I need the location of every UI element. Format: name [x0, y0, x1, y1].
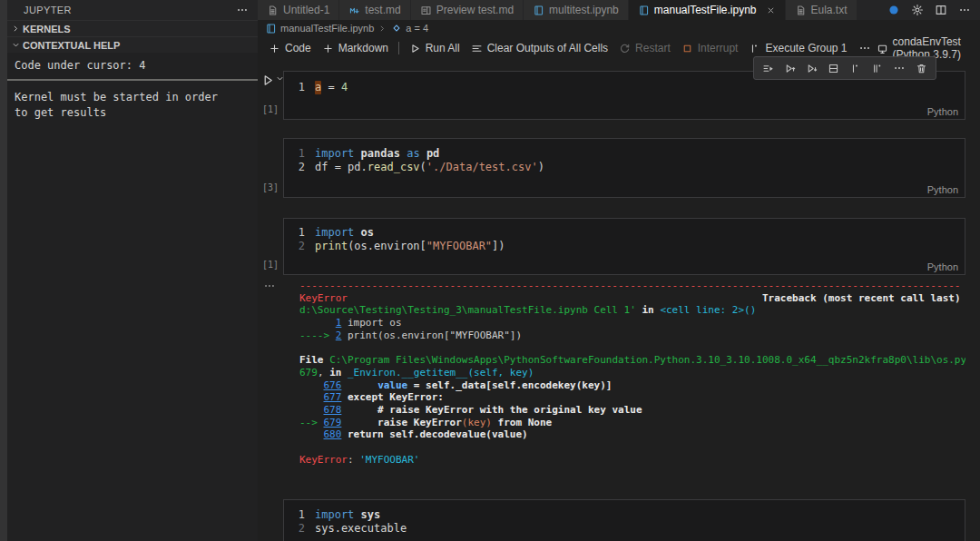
line-number: 1 [284, 81, 315, 94]
tab-manualtestfile-ipynb[interactable]: manualTestFile.ipynb [629, 0, 786, 20]
code-token: a [315, 81, 321, 94]
execute-group-icon[interactable] [849, 63, 861, 74]
line-number: 1 [284, 147, 315, 161]
code-token: print [315, 240, 348, 253]
run-by-line-icon[interactable] [762, 63, 774, 74]
run-cell-icon [261, 74, 275, 87]
traceback-line-link[interactable]: 679 [324, 417, 342, 428]
clear-outputs-button[interactable]: Clear Outputs of All Cells [466, 40, 613, 56]
tab-label: manualTestFile.ipynb [654, 4, 757, 16]
line-number: 2 [284, 240, 315, 253]
cell-editor[interactable]: 1import os2print(os.environ["MYFOOBAR"])… [283, 218, 965, 275]
notebook-icon [533, 5, 544, 16]
execute-below-icon[interactable] [806, 63, 818, 74]
more-actions-button[interactable] [853, 40, 877, 56]
cell-output: ----------------------------------------… [261, 278, 965, 467]
notebook-icon [638, 5, 650, 16]
breadcrumb: manualTestFile.ipynb a = 4 [258, 20, 980, 36]
split-cell-icon[interactable] [828, 63, 839, 74]
traceback-token: : [348, 454, 359, 466]
code-token [420, 147, 426, 161]
tab-label: multitest.ipynb [549, 4, 619, 16]
code-token [354, 226, 360, 240]
cell-language-label[interactable]: Python [927, 106, 958, 117]
execute-group-icon [749, 43, 760, 54]
execution-count: [1] [262, 104, 279, 114]
restart-icon [619, 43, 631, 54]
traceback-line: ----------------------------------------… [299, 280, 965, 292]
sidebar-more-actions-icon[interactable] [236, 4, 249, 16]
traceback-token [299, 391, 324, 403]
tab-label: Preview test.md [436, 4, 514, 16]
cell-language-label[interactable]: Python [927, 261, 958, 272]
vscode-window: JUPYTER KERNELS CONTEXTUAL HELP Code und… [0, 0, 980, 541]
code-token: as [407, 147, 419, 161]
add-code-cell-button[interactable]: Code [263, 40, 317, 56]
code-under-cursor-text: Code under cursor: 4 [7, 53, 258, 81]
toolbar-item-label: Execute Group 1 [765, 42, 847, 54]
sidebar-section-contextual-help[interactable]: CONTEXTUAL HELP [7, 36, 258, 53]
tab-label: test.md [365, 4, 400, 16]
kernel-icon [877, 43, 888, 54]
breadcrumb-symbol[interactable]: a = 4 [406, 23, 428, 34]
markdown-icon [348, 5, 360, 16]
run-all-button[interactable]: Run All [404, 40, 466, 56]
add-icon [269, 43, 280, 54]
jupyter-kernel-status-icon[interactable] [887, 4, 900, 16]
tab-eula-txt[interactable]: Eula.txt [786, 0, 858, 20]
execute-group-below-icon[interactable] [871, 63, 883, 74]
execute-group-button[interactable]: Execute Group 1 [743, 40, 852, 56]
interrupt-button[interactable]: Interrupt [676, 40, 744, 56]
run-cell-button[interactable] [261, 74, 285, 87]
code-token: sys.executable [315, 522, 407, 536]
interrupt-icon [681, 43, 693, 54]
traceback-line-link[interactable]: 680 [324, 428, 342, 440]
traceback-token: 679 [299, 367, 318, 379]
traceback-token: in [329, 367, 341, 379]
settings-gear-icon[interactable] [911, 4, 924, 16]
add-markdown-cell-button[interactable]: Markdown [317, 40, 394, 56]
traceback-token: 'MYFOOBAR' [359, 454, 419, 466]
code-line: 1import sys [284, 508, 965, 522]
traceback-line [299, 441, 965, 454]
execute-above-icon[interactable] [784, 63, 796, 74]
traceback-line: 678 # raise KeyError with the original k… [299, 404, 965, 417]
traceback-line: File C:\Program Files\WindowsApps\Python… [299, 354, 965, 367]
split-editor-icon[interactable] [935, 4, 947, 16]
tab-preview-test-md[interactable]: Preview test.md [411, 0, 524, 20]
traceback-token: _Environ.__getitem__ [348, 367, 467, 379]
code-token: read_csv [368, 161, 420, 174]
more-actions-icon[interactable] [958, 4, 971, 16]
tab-multitest-ipynb[interactable]: multitest.ipynb [524, 0, 629, 20]
cell-editor[interactable]: 1import pandas as pd2df = pd.read_csv('.… [283, 138, 965, 198]
traceback-line-link[interactable]: 678 [324, 404, 342, 416]
traceback-line: d:\Source\Testing\Testing_3\manualTestFi… [299, 304, 965, 317]
code-token: import [315, 147, 354, 161]
clear-outputs-icon [471, 43, 483, 54]
delete-cell-icon[interactable] [916, 63, 927, 74]
file-icon [795, 5, 807, 16]
code-token [354, 147, 360, 161]
traceback-token: except KeyError: [341, 391, 444, 403]
cell-editor[interactable]: 1import sys2sys.executable [283, 499, 965, 541]
output-more-actions-icon[interactable] [263, 280, 276, 292]
toolbar-item-label: Restart [635, 42, 671, 54]
traceback-line-link[interactable]: 677 [324, 391, 342, 403]
toolbar-item-label: Markdown [338, 42, 388, 54]
breadcrumb-file[interactable]: manualTestFile.ipynb [280, 23, 374, 34]
run-all-icon [409, 43, 421, 54]
sidebar-title-label: JUPYTER [24, 5, 72, 15]
traceback-token: (key) [462, 417, 492, 428]
traceback-line: 677 except KeyError: [299, 391, 965, 404]
restart-button[interactable]: Restart [613, 40, 676, 56]
sidebar-section-kernels[interactable]: KERNELS [7, 20, 258, 36]
close-icon[interactable] [766, 5, 776, 15]
tab-test-md[interactable]: test.md [339, 0, 410, 20]
more-actions-icon[interactable] [893, 62, 906, 74]
traceback-line-link[interactable]: 676 [324, 379, 342, 391]
sidebar-header: JUPYTER [7, 0, 258, 20]
tab-untitled-1[interactable]: Untitled-1 [258, 0, 339, 20]
cell-language-label[interactable]: Python [927, 184, 958, 195]
traceback-token: value [377, 379, 407, 391]
cell-gutter: [3] [261, 138, 283, 198]
